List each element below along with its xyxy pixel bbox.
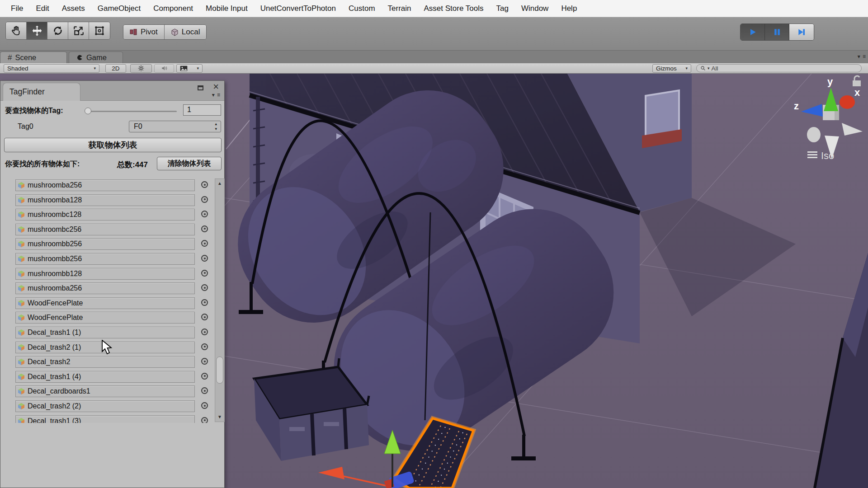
2d-toggle-button[interactable]: 2D [105, 64, 126, 73]
object-picker-icon[interactable] [201, 181, 208, 188]
prefab-cube-icon [18, 329, 25, 336]
menu-item-terrain[interactable]: Terrain [382, 0, 418, 17]
object-picker-icon[interactable] [201, 270, 208, 277]
tag-slider[interactable] [87, 111, 177, 112]
object-list-item[interactable]: mushroombb128 [15, 268, 195, 280]
scene-audio-button[interactable] [154, 64, 174, 73]
object-list-item[interactable]: WoodFencePlate [15, 312, 195, 324]
gizmos-label: Gizmos [656, 65, 677, 72]
list-scrollbar[interactable]: ▲ ▼ [215, 178, 225, 422]
gizmo-axis-x[interactable] [840, 95, 855, 109]
scene-search-input[interactable]: ▾ All [696, 64, 862, 72]
object-picker-icon[interactable] [201, 402, 208, 409]
object-picker-icon[interactable] [201, 417, 208, 423]
gizmos-dropdown[interactable]: Gizmos ▾ [652, 64, 691, 73]
object-list-item[interactable]: Decal_trash1 (3) [15, 415, 195, 423]
rect-tool-button[interactable] [89, 22, 110, 39]
object-picker-icon[interactable] [201, 328, 208, 335]
menu-item-tag[interactable]: Tag [490, 0, 515, 17]
get-object-list-button[interactable]: 获取物体列表 [4, 138, 222, 152]
tab-scene[interactable]: # Scene [0, 52, 67, 63]
panel-menu-icon[interactable]: ▾ ≡ [858, 53, 866, 60]
scrollbar-thumb[interactable] [216, 357, 223, 384]
menu-item-asset-store-tools[interactable]: Asset Store Tools [418, 0, 490, 17]
maximize-icon[interactable] [198, 85, 203, 90]
hand-tool-button[interactable] [6, 22, 27, 39]
tagfinder-tab[interactable]: TagFinder [3, 83, 80, 101]
object-list-item[interactable]: Decal_cardboards1 [15, 385, 195, 397]
prefab-cube-icon [18, 403, 25, 410]
object-name: mushroombb128 [28, 270, 82, 278]
tagfinder-header[interactable]: TagFinder × ▾ ≡ [0, 81, 224, 101]
object-list-item[interactable]: mushroombc256 [15, 224, 195, 235]
pause-button[interactable] [765, 24, 789, 40]
object-picker-icon[interactable] [201, 240, 208, 247]
draw-mode-dropdown[interactable]: Shaded ▾ [4, 64, 99, 73]
menu-item-component[interactable]: Component [147, 0, 199, 17]
object-picker-icon[interactable] [201, 225, 208, 232]
menu-item-gameobject[interactable]: GameObject [91, 0, 147, 17]
object-picker-icon[interactable] [201, 211, 208, 217]
menu-item-assets[interactable]: Assets [56, 0, 91, 17]
prefab-cube-icon [18, 344, 25, 351]
play-button[interactable] [741, 24, 765, 40]
object-picker-icon[interactable] [201, 358, 208, 365]
object-picker-icon[interactable] [201, 196, 208, 203]
rotate-tool-button[interactable] [47, 22, 68, 39]
object-list-item[interactable]: WoodFencePlate [15, 297, 195, 309]
object-list-item[interactable]: mushroomba128 [15, 194, 195, 206]
object-picker-icon[interactable] [201, 343, 208, 350]
prefab-cube-icon [18, 197, 25, 204]
menu-item-edit[interactable]: Edit [29, 0, 55, 17]
object-list-item[interactable]: mushroombb256 [15, 238, 195, 250]
menu-item-custom[interactable]: Custom [342, 0, 382, 17]
scale-tool-button[interactable] [68, 22, 89, 39]
scroll-up-icon[interactable]: ▲ [215, 179, 224, 188]
object-name: WoodFencePlate [28, 299, 83, 307]
clear-object-list-button[interactable]: 清除物体列表 [157, 157, 222, 170]
object-list-item[interactable]: Decal_trash2 (2) [15, 400, 195, 412]
prefab-cube-icon [18, 240, 25, 248]
step-button[interactable] [789, 24, 814, 40]
local-button[interactable]: Local [165, 25, 207, 39]
scroll-down-icon[interactable]: ▼ [215, 413, 224, 422]
tag-value-field[interactable]: 1 [183, 104, 221, 116]
local-label: Local [182, 28, 200, 37]
move-tool-button[interactable] [27, 22, 47, 39]
menu-item-file[interactable]: File [5, 0, 29, 17]
tab-game[interactable]: Game [69, 52, 123, 63]
scene-lighting-button[interactable] [130, 64, 152, 73]
tag-dropdown-value: F0 [134, 122, 142, 131]
object-picker-icon[interactable] [201, 284, 208, 291]
tag-slider-knob[interactable] [85, 108, 91, 114]
tag-dropdown[interactable]: F0 ▴▾ [129, 121, 221, 132]
object-list-item[interactable]: Decal_trash1 (1) [15, 327, 195, 338]
menu-item-help[interactable]: Help [555, 0, 583, 17]
close-icon[interactable]: × [213, 82, 219, 92]
object-picker-icon[interactable] [201, 387, 208, 394]
main-toolbar: Pivot Local [0, 17, 868, 51]
window-menu-icon[interactable]: ▾ ≡ [212, 92, 221, 98]
scene-effects-button[interactable]: ▾ [176, 64, 203, 73]
menu-item-unetconverttophoton[interactable]: UnetConvertToPhoton [254, 0, 342, 17]
object-name: mushroombb256 [28, 240, 82, 248]
object-picker-icon[interactable] [201, 255, 208, 262]
object-list-item[interactable]: mushroomba256 [15, 282, 195, 294]
prefab-cube-icon [18, 285, 25, 292]
2d-label: 2D [112, 65, 119, 72]
object-picker-icon[interactable] [201, 314, 208, 320]
object-name: mushroombc128 [28, 211, 81, 219]
object-list-item[interactable]: Decal_trash1 (4) [15, 371, 195, 383]
object-list-item[interactable]: mushroombb256 [15, 253, 195, 265]
menu-item-window[interactable]: Window [515, 0, 555, 17]
gizmo-axis-neg-x[interactable] [807, 127, 821, 142]
pivot-button[interactable]: Pivot [123, 25, 165, 39]
object-list-item[interactable]: mushroomba256 [15, 179, 195, 191]
object-picker-icon[interactable] [201, 373, 208, 380]
object-name: WoodFencePlate [28, 314, 83, 322]
menu-item-mobile-input[interactable]: Mobile Input [199, 0, 254, 17]
object-list-item[interactable]: mushroombc128 [15, 209, 195, 221]
object-picker-icon[interactable] [201, 299, 208, 306]
object-name: Decal_trash1 (3) [28, 417, 81, 423]
object-list-item[interactable]: Decal_trash2 [15, 356, 195, 368]
